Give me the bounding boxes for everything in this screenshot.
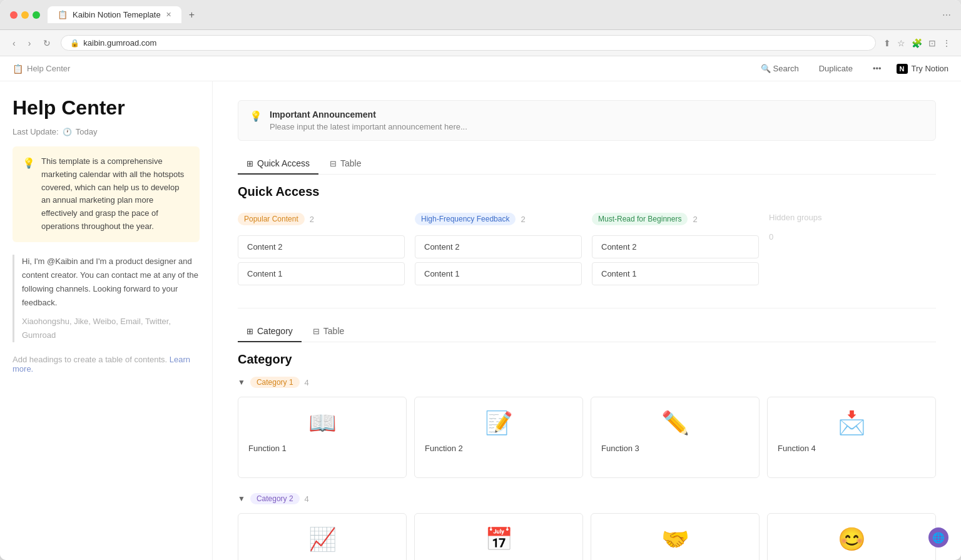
function-card[interactable]: 📅 Function 2 xyxy=(414,513,583,560)
category1-header: ▼ Category 1 4 xyxy=(238,377,936,388)
tab-table-category-icon: ⊟ xyxy=(313,327,320,336)
search-button[interactable]: 🔍 Search xyxy=(756,61,804,76)
info-card: 💡 This template is a comprehensive marke… xyxy=(13,146,200,242)
access-group-mustread: Must-Read for Beginners 2 Content 2 Cont… xyxy=(592,209,759,289)
cat2-function2-emoji: 📅 xyxy=(425,526,572,552)
bio-links: Xiaohongshu, Jike, Weibo, Email, Twitter… xyxy=(22,315,200,342)
back-button[interactable]: ‹ xyxy=(10,36,18,51)
category2-count: 4 xyxy=(305,494,309,504)
toolbar-actions: 🔍 Search Duplicate ••• N Try Notion xyxy=(756,61,949,76)
function4-emoji: 📩 xyxy=(778,410,925,436)
browser-tab[interactable]: 📋 Kaibin Notion Temeplate ✕ xyxy=(48,6,181,23)
more-icon: ••• xyxy=(873,64,882,73)
bio-section: Hi, I'm @Kaibin and I'm a product design… xyxy=(13,255,200,343)
group-header-popular: Popular Content 2 xyxy=(238,209,405,229)
bio-link-email[interactable]: Email xyxy=(120,317,141,326)
group-count-mustread: 2 xyxy=(693,215,697,224)
function-card[interactable]: ✏️ Function 3 xyxy=(591,397,760,478)
function-card[interactable]: 📝 Function 2 xyxy=(414,397,583,478)
bio-link-xiaohongshu[interactable]: Xiaohongshu xyxy=(22,317,69,326)
group-header-mustread: Must-Read for Beginners 2 xyxy=(592,209,759,229)
browser-window: 📋 Kaibin Notion Temeplate ✕ + ⋯ ‹ › ↻ 🔒 … xyxy=(0,0,961,560)
sidebar-icon[interactable]: ⊡ xyxy=(928,38,936,48)
list-item[interactable]: Content 1 xyxy=(592,262,759,285)
share-icon[interactable]: ⬆ xyxy=(883,38,891,48)
more-button[interactable]: ••• xyxy=(868,61,887,76)
maximize-button[interactable] xyxy=(33,11,40,19)
browser-navbar: ‹ › ↻ 🔒 kaibin.gumroad.com ⬆ ☆ 🧩 ⊡ ⋮ xyxy=(0,30,961,56)
function2-emoji: 📝 xyxy=(425,410,572,436)
more-options-icon[interactable]: ⋮ xyxy=(942,38,951,48)
function2-name: Function 2 xyxy=(425,444,463,453)
category2-function-grid: 📈 Function 1 📅 Function 2 🤝 Function 3 😊… xyxy=(238,513,936,560)
list-item[interactable]: Content 2 xyxy=(238,235,405,258)
category1-tag: Category 1 xyxy=(250,377,300,388)
function-card[interactable]: 📈 Function 1 xyxy=(238,513,407,560)
bio-link-twitter[interactable]: Twitter xyxy=(145,317,169,326)
function-card[interactable]: 😊 Function 4 xyxy=(767,513,936,560)
globe-button[interactable]: 🌐 xyxy=(928,527,948,547)
tab-category[interactable]: ⊞ Category xyxy=(238,321,302,342)
function-card[interactable]: 🤝 Function 3 xyxy=(591,513,760,560)
section-separator xyxy=(238,308,936,308)
forward-button[interactable]: › xyxy=(26,36,34,51)
info-card-icon: 💡 xyxy=(23,155,35,233)
category1-toggle[interactable]: ▼ xyxy=(238,378,245,387)
list-item[interactable]: Content 2 xyxy=(592,235,759,258)
address-bar[interactable]: 🔒 kaibin.gumroad.com xyxy=(61,35,876,51)
category2-header: ▼ Category 2 4 xyxy=(238,493,936,504)
breadcrumb: 📋 Help Center xyxy=(13,64,70,74)
category1-count: 4 xyxy=(305,378,309,387)
list-item[interactable]: Content 1 xyxy=(238,262,405,285)
group-count-highfreq: 2 xyxy=(521,215,525,224)
tab-table-category-label: Table xyxy=(323,326,344,336)
refresh-button[interactable]: ↻ xyxy=(41,36,53,51)
bio-link-gumroad[interactable]: Gumroad xyxy=(22,330,56,340)
last-update: Last Update: 🕐 Today xyxy=(13,127,200,136)
tab-table-quick[interactable]: ⊟ Table xyxy=(321,153,370,175)
list-item[interactable]: Content 1 xyxy=(415,262,582,285)
new-tab-button[interactable]: + xyxy=(189,9,195,21)
category2-tag: Category 2 xyxy=(250,493,300,504)
window-controls-right: ⋯ xyxy=(942,10,951,20)
category1-function-grid: 📖 Function 1 📝 Function 2 ✏️ Function 3 … xyxy=(238,397,936,478)
page-layout: Help Center Last Update: 🕐 Today 💡 This … xyxy=(0,81,961,560)
tab-quick-access-icon: ⊞ xyxy=(247,159,253,168)
tab-quick-access[interactable]: ⊞ Quick Access xyxy=(238,153,318,175)
bio-link-weibo[interactable]: Weibo xyxy=(93,317,116,326)
info-card-text: This template is a comprehensive marketi… xyxy=(41,155,190,233)
hidden-count: 0 xyxy=(769,232,936,242)
group-header-hidden: Hidden groups xyxy=(769,209,936,226)
category2-toggle[interactable]: ▼ xyxy=(238,494,245,503)
tab-category-icon: ⊞ xyxy=(247,327,253,336)
duplicate-button[interactable]: Duplicate xyxy=(814,61,858,76)
function3-emoji: ✏️ xyxy=(601,410,749,436)
bookmark-icon[interactable]: ☆ xyxy=(897,38,905,48)
list-item[interactable]: Content 2 xyxy=(415,235,582,258)
tab-favicon: 📋 xyxy=(58,10,68,19)
clock-icon: 🕐 xyxy=(63,128,72,136)
extensions-icon[interactable]: 🧩 xyxy=(912,38,922,48)
group-tag-popular: Popular Content xyxy=(238,213,305,225)
bio-link-jike[interactable]: Jike xyxy=(74,317,88,326)
try-notion-button[interactable]: N Try Notion xyxy=(897,64,948,74)
function-card[interactable]: 📩 Function 4 xyxy=(767,397,936,478)
search-icon: 🔍 xyxy=(761,64,771,73)
url-display: kaibin.gumroad.com xyxy=(83,38,156,48)
function-card[interactable]: 📖 Function 1 xyxy=(238,397,407,478)
access-group-highfreq: High-Frequency Feedback 2 Content 2 Cont… xyxy=(415,209,582,289)
notion-logo: N xyxy=(897,64,908,74)
search-label: Search xyxy=(773,64,799,73)
tab-table-category[interactable]: ⊟ Table xyxy=(304,321,353,342)
minimize-button[interactable] xyxy=(21,11,29,19)
toc-hint: Add headings to create a table of conten… xyxy=(13,355,200,374)
duplicate-label: Duplicate xyxy=(819,64,853,73)
browser-titlebar: 📋 Kaibin Notion Temeplate ✕ + ⋯ xyxy=(0,0,961,30)
quick-access-title: Quick Access xyxy=(238,185,936,199)
close-button[interactable] xyxy=(10,11,18,19)
announcement-icon: 💡 xyxy=(250,110,262,122)
tab-close-icon[interactable]: ✕ xyxy=(166,11,171,19)
quick-access-tabs: ⊞ Quick Access ⊟ Table xyxy=(238,153,936,175)
function3-name: Function 3 xyxy=(601,444,639,453)
announcement-bar: 💡 Important Announcement Please input th… xyxy=(238,100,936,141)
